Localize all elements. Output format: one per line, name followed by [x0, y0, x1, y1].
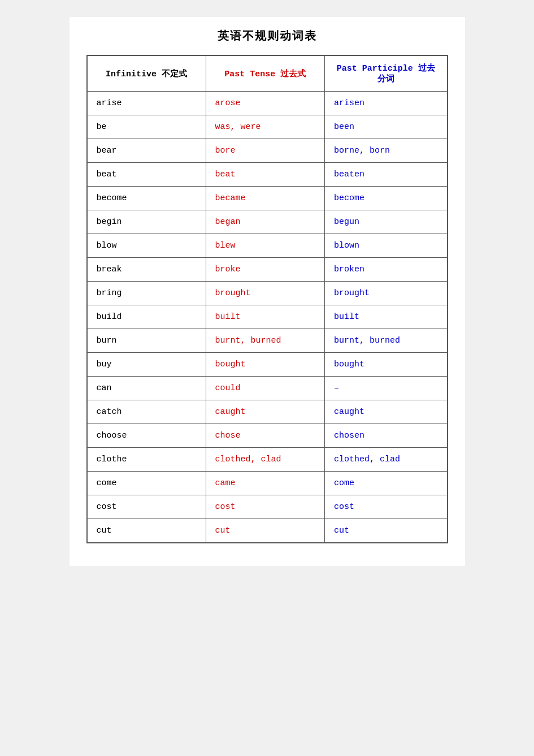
table-row: becomebecamebecome: [87, 187, 448, 210]
cell-past-participle: borne, born: [325, 139, 448, 163]
cell-infinitive: begin: [87, 210, 206, 234]
table-row: beatbeatbeaten: [87, 163, 448, 187]
cell-past-participle: been: [325, 115, 448, 139]
cell-past-tense: became: [206, 187, 325, 210]
cell-infinitive: clothe: [87, 448, 206, 472]
table-row: beginbeganbegun: [87, 210, 448, 234]
cell-past-tense: blew: [206, 234, 325, 258]
table-header-row: Infinitive 不定式 Past Tense 过去式 Past Parti…: [87, 55, 448, 92]
table-row: breakbrokebroken: [87, 258, 448, 282]
cell-past-participle: brought: [325, 282, 448, 305]
table-row: cutcutcut: [87, 519, 448, 543]
cell-past-participle: arisen: [325, 92, 448, 115]
cell-infinitive: bear: [87, 139, 206, 163]
cell-infinitive: can: [87, 377, 206, 400]
cell-infinitive: buy: [87, 353, 206, 377]
table-row: buildbuiltbuilt: [87, 305, 448, 329]
cell-past-tense: clothed, clad: [206, 448, 325, 472]
table-row: bewas, werebeen: [87, 115, 448, 139]
cell-infinitive: cut: [87, 519, 206, 543]
cell-past-tense: brought: [206, 282, 325, 305]
cell-past-tense: arose: [206, 92, 325, 115]
cell-past-participle: cost: [325, 495, 448, 519]
table-row: blowblewblown: [87, 234, 448, 258]
table-row: cancould–: [87, 377, 448, 400]
cell-infinitive: burn: [87, 329, 206, 353]
vocab-table: Infinitive 不定式 Past Tense 过去式 Past Parti…: [86, 55, 448, 543]
cell-past-participle: –: [325, 377, 448, 400]
header-infinitive: Infinitive 不定式: [87, 55, 206, 92]
cell-infinitive: be: [87, 115, 206, 139]
cell-past-tense: burnt, burned: [206, 329, 325, 353]
cell-past-tense: built: [206, 305, 325, 329]
cell-past-tense: beat: [206, 163, 325, 187]
cell-past-tense: cost: [206, 495, 325, 519]
cell-infinitive: arise: [87, 92, 206, 115]
cell-past-participle: chosen: [325, 424, 448, 448]
header-past-participle: Past Participle 过去分词: [325, 55, 448, 92]
page-title: 英语不规则动词表: [86, 28, 448, 44]
cell-infinitive: blow: [87, 234, 206, 258]
cell-past-participle: burnt, burned: [325, 329, 448, 353]
cell-past-participle: come: [325, 472, 448, 495]
table-row: costcostcost: [87, 495, 448, 519]
cell-infinitive: come: [87, 472, 206, 495]
table-body: arisearosearisenbewas, werebeenbearboreb…: [87, 92, 448, 543]
cell-infinitive: build: [87, 305, 206, 329]
cell-past-tense: chose: [206, 424, 325, 448]
cell-past-participle: blown: [325, 234, 448, 258]
cell-past-tense: came: [206, 472, 325, 495]
table-row: bearboreborne, born: [87, 139, 448, 163]
cell-infinitive: become: [87, 187, 206, 210]
table-row: catchcaughtcaught: [87, 400, 448, 424]
cell-past-participle: cut: [325, 519, 448, 543]
cell-past-tense: bought: [206, 353, 325, 377]
cell-past-tense: cut: [206, 519, 325, 543]
cell-past-participle: begun: [325, 210, 448, 234]
table-row: buyboughtbought: [87, 353, 448, 377]
table-row: choosechosechosen: [87, 424, 448, 448]
cell-past-tense: bore: [206, 139, 325, 163]
cell-past-tense: could: [206, 377, 325, 400]
cell-past-participle: bought: [325, 353, 448, 377]
page-container: 英语不规则动词表 Infinitive 不定式 Past Tense 过去式 P…: [70, 17, 465, 566]
cell-infinitive: catch: [87, 400, 206, 424]
cell-infinitive: cost: [87, 495, 206, 519]
cell-past-tense: caught: [206, 400, 325, 424]
cell-past-participle: become: [325, 187, 448, 210]
table-row: bringbroughtbrought: [87, 282, 448, 305]
cell-past-participle: broken: [325, 258, 448, 282]
cell-infinitive: beat: [87, 163, 206, 187]
cell-past-participle: beaten: [325, 163, 448, 187]
table-row: comecamecome: [87, 472, 448, 495]
cell-infinitive: choose: [87, 424, 206, 448]
cell-past-participle: clothed, clad: [325, 448, 448, 472]
table-row: clotheclothed, cladclothed, clad: [87, 448, 448, 472]
header-past-tense: Past Tense 过去式: [206, 55, 325, 92]
cell-past-tense: was, were: [206, 115, 325, 139]
cell-past-participle: built: [325, 305, 448, 329]
cell-infinitive: bring: [87, 282, 206, 305]
cell-past-tense: broke: [206, 258, 325, 282]
cell-past-tense: began: [206, 210, 325, 234]
table-row: arisearosearisen: [87, 92, 448, 115]
cell-infinitive: break: [87, 258, 206, 282]
cell-past-participle: caught: [325, 400, 448, 424]
table-row: burnburnt, burnedburnt, burned: [87, 329, 448, 353]
